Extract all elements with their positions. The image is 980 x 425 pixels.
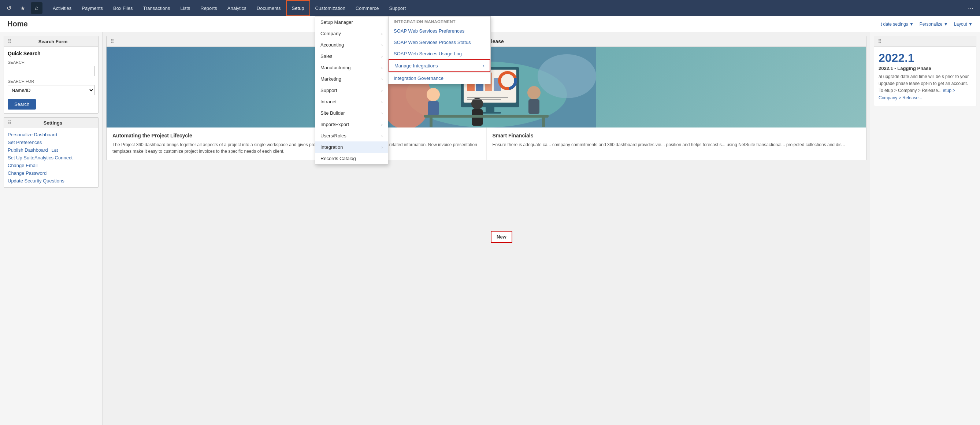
portlet-drag-handle2[interactable]: ⠿ (110, 38, 114, 45)
personalize-button[interactable]: Personalize ▼ (920, 22, 948, 27)
integration-submenu: INTEGRATION MANAGEMENT SOAP Web Services… (388, 16, 491, 84)
version-body: 2022.1 2022.1 - Lagging Phase al upgrade… (874, 47, 976, 106)
right-area: ⠿ 2022.1 2022.1 - Lagging Phase al upgra… (870, 32, 980, 425)
svg-point-14 (426, 88, 440, 101)
menu-sales[interactable]: Sales › (315, 51, 388, 62)
settings-link-personalize[interactable]: Personalize Dashboard (8, 132, 94, 137)
manage-integrations-arrow-icon: › (483, 63, 485, 68)
nav-activities[interactable]: Activities (48, 0, 76, 16)
settings-link-email[interactable]: Change Email (8, 163, 94, 168)
nav-analytics[interactable]: Analytics (222, 0, 251, 16)
integration-section-label: INTEGRATION MANAGEMENT (388, 16, 490, 25)
svg-rect-15 (428, 101, 439, 116)
version-portlet: ⠿ 2022.1 2022.1 - Lagging Phase al upgra… (874, 36, 976, 106)
settings-links: Personalize Dashboard Set Preferences Pu… (8, 132, 94, 183)
settings-link-security[interactable]: Update Security Questions (8, 178, 94, 183)
search-form-portlet: ⠿ Search Form Quick Search SEARCH SEARCH… (4, 36, 99, 114)
menu-usersroles[interactable]: Users/Roles › (315, 130, 388, 142)
home-icon[interactable]: ⌂ (31, 2, 43, 14)
star-icon[interactable]: ★ (17, 2, 29, 14)
history-icon[interactable]: ↺ (3, 2, 15, 14)
menu-manufacturing[interactable]: Manufacturing › (315, 62, 388, 73)
settings-title: Settings (44, 120, 62, 126)
nav-setup[interactable]: Setup (286, 0, 310, 16)
automating-heading: Automating the Project Lifecycle (113, 133, 480, 138)
search-form-portlet-header: ⠿ Search Form (4, 36, 98, 47)
settings-link-publish[interactable]: Publish Dashboard List (8, 147, 94, 153)
nav-more-icon[interactable]: ··· (964, 5, 977, 12)
nav-icon-group: ↺ ★ ⌂ (3, 2, 43, 14)
automating-text: The Project 360 dashboard brings togethe… (113, 142, 480, 154)
top-navigation: ↺ ★ ⌂ Activities Payments Box Files Tran… (0, 0, 980, 16)
version-subtitle: 2022.1 - Lagging Phase (878, 65, 972, 71)
nav-commerce[interactable]: Commerce (350, 0, 384, 16)
svg-rect-21 (430, 118, 433, 127)
submenu-soap-preferences[interactable]: SOAP Web Services Preferences (388, 25, 490, 37)
integration-arrow-icon: › (381, 145, 383, 150)
menu-accounting[interactable]: Accounting › (315, 39, 388, 51)
new-button[interactable]: New (491, 231, 512, 243)
menu-company[interactable]: Company › (315, 28, 388, 39)
intranet-arrow-icon: › (381, 100, 383, 104)
settings-drag-handle[interactable]: ⠿ (8, 120, 11, 126)
left-sidebar: ⠿ Search Form Quick Search SEARCH SEARCH… (0, 32, 103, 425)
submenu-soap-usage-log[interactable]: SOAP Web Services Usage Log (388, 48, 490, 59)
settings-link-suiteanalytics[interactable]: Set Up SuiteAnalytics Connect (8, 155, 94, 161)
main-layout: ⠿ Search Form Quick Search SEARCH SEARCH… (0, 32, 980, 425)
nav-payments[interactable]: Payments (76, 0, 108, 16)
settings-link-password[interactable]: Change Password (8, 170, 94, 176)
sitebuilder-arrow-icon: › (381, 111, 383, 115)
nav-boxfiles[interactable]: Box Files (108, 0, 138, 16)
submenu-manage-integrations[interactable]: Manage Integrations › (388, 59, 490, 72)
nav-documents[interactable]: Documents (251, 0, 286, 16)
search-for-select[interactable]: Name/ID Transaction Customer Vendor (8, 85, 94, 95)
search-input[interactable] (8, 66, 94, 76)
nav-transactions[interactable]: Transactions (138, 0, 175, 16)
portlet-drag-handle[interactable]: ⠿ (8, 38, 11, 45)
two-col-sections: Automating the Project Lifecycle The Pro… (107, 127, 866, 160)
top-nav-links: Activities Payments Box Files Transactio… (48, 0, 963, 16)
marketing-arrow-icon: › (381, 77, 383, 81)
menu-records-catalog[interactable]: Records Catalog (315, 153, 388, 164)
nav-customization[interactable]: Customization (310, 0, 350, 16)
menu-setup-manager[interactable]: Setup Manager (315, 16, 388, 28)
layout-button[interactable]: Layout ▼ (954, 22, 973, 27)
svg-point-3 (538, 54, 596, 98)
svg-rect-20 (424, 115, 549, 118)
menu-importexport[interactable]: Import/Export › (315, 119, 388, 130)
settings-portlet-header: ⠿ Settings (4, 118, 98, 128)
financials-heading: Smart Financials (493, 133, 861, 138)
search-form-body: Quick Search SEARCH SEARCH FOR Name/ID T… (4, 47, 98, 113)
menu-intranet[interactable]: Intranet › (315, 96, 388, 107)
svg-point-18 (527, 86, 541, 99)
company-arrow-icon: › (381, 32, 383, 36)
svg-rect-12 (485, 107, 495, 112)
settings-portlet: ⠿ Settings Personalize Dashboard Set Pre… (4, 117, 99, 188)
search-button[interactable]: Search (8, 99, 36, 110)
sales-arrow-icon: › (381, 54, 383, 59)
quick-search-label: Quick Search (8, 51, 94, 56)
menu-support[interactable]: Support › (315, 84, 388, 96)
settings-link-preferences[interactable]: Set Preferences (8, 140, 94, 145)
date-settings-button[interactable]: t date settings ▼ (881, 22, 914, 27)
nav-reports[interactable]: Reports (195, 0, 222, 16)
sub-header-buttons: t date settings ▼ Personalize ▼ Layout ▼ (881, 22, 973, 27)
main-content: ⠿ New Release (103, 32, 870, 425)
svg-rect-22 (542, 118, 545, 127)
version-portlet-header: ⠿ (874, 36, 976, 47)
support-arrow-icon: › (381, 88, 383, 93)
importexport-arrow-icon: › (381, 123, 383, 127)
accounting-arrow-icon: › (381, 43, 383, 47)
submenu-soap-process-status[interactable]: SOAP Web Services Process Status (388, 37, 490, 48)
menu-marketing[interactable]: Marketing › (315, 73, 388, 84)
manufacturing-arrow-icon: › (381, 65, 383, 70)
nav-support[interactable]: Support (384, 0, 411, 16)
submenu-integration-governance[interactable]: Integration Governance (388, 72, 490, 84)
nav-lists[interactable]: Lists (175, 0, 196, 16)
search-for-label: SEARCH FOR (8, 79, 94, 84)
version-drag-handle[interactable]: ⠿ (878, 38, 881, 45)
col-financials: Smart Financials Ensure there is adequat… (487, 127, 867, 160)
menu-integration[interactable]: Integration › (315, 142, 388, 153)
menu-sitebuilder[interactable]: Site Builder › (315, 107, 388, 119)
svg-point-16 (471, 98, 483, 110)
